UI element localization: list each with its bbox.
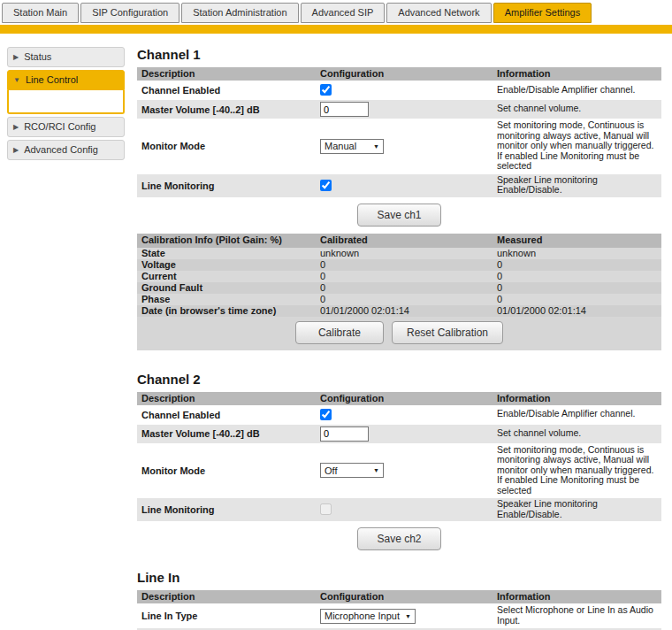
- calibrated-value: 0: [317, 282, 493, 294]
- save-ch2-button[interactable]: Save ch2: [357, 527, 441, 550]
- row-label: Line Monitoring: [137, 503, 317, 517]
- row-info: Set monitoring mode, Continuous is monit…: [493, 444, 661, 498]
- calibration-header-label: Calibration Info (Pilot Gain: %): [137, 234, 317, 248]
- calibration-row-ground-fault: Ground Fault 0 0: [137, 282, 661, 294]
- channel2-master-volume-input[interactable]: [320, 426, 369, 442]
- channel2-line-monitoring-checkbox[interactable]: [320, 503, 332, 515]
- row-label: Master Volume [-40..2] dB: [137, 103, 317, 117]
- channel1-line-monitoring-row: Line Monitoring Speaker Line monitoring …: [137, 174, 661, 198]
- measured-value: 0: [493, 294, 661, 305]
- row-label: Monitor Mode: [137, 139, 317, 153]
- calibration-row-voltage: Voltage 0 0: [137, 259, 661, 271]
- row-info: Enable/Disable Amplifier channel.: [493, 408, 661, 421]
- column-header-configuration: Configuration: [317, 392, 493, 405]
- channel2-enabled-row: Channel Enabled Enable/Disable Amplifier…: [137, 406, 661, 425]
- reset-calibration-button[interactable]: Reset Calibration: [392, 321, 503, 344]
- calibrated-value: unknown: [317, 248, 493, 259]
- channel1-enabled-row: Channel Enabled Enable/Disable Amplifier…: [137, 81, 661, 100]
- tab-station-administration[interactable]: Station Administration: [181, 3, 298, 23]
- measured-value: 0: [493, 259, 661, 271]
- channel2-table: Description Configuration Information Ch…: [137, 392, 661, 523]
- column-header-information: Information: [493, 392, 661, 405]
- calibration-header-measured: Measured: [493, 234, 661, 248]
- channel2-monitor-mode-select[interactable]: Off ▼: [320, 463, 384, 478]
- line-in-title: Line In: [137, 570, 661, 585]
- channel1-line-monitoring-checkbox[interactable]: [320, 180, 332, 191]
- chevron-down-icon: ▼: [405, 613, 411, 619]
- calibration-row-current: Current 0 0: [137, 271, 661, 282]
- channel1-monitor-mode-row: Monitor Mode Manual ▼ Set monitoring mod…: [137, 119, 661, 174]
- tab-sip-configuration[interactable]: SIP Configuration: [80, 3, 179, 23]
- sidebar-item-advanced-config[interactable]: ▶ Advanced Config: [7, 140, 125, 160]
- sidebar: ▶ Status ▼ Line Control ▶ RCO/RCI Config…: [7, 47, 125, 630]
- channel1-title: Channel 1: [137, 47, 661, 62]
- column-header-description: Description: [137, 590, 317, 603]
- chevron-down-icon: ▼: [373, 467, 379, 473]
- calibrated-value: 0: [317, 271, 493, 282]
- measured-value: 0: [493, 271, 661, 282]
- row-label: Voltage: [137, 259, 317, 271]
- table-header-row: Description Configuration Information: [137, 67, 661, 81]
- row-label: State: [137, 248, 317, 259]
- selected-value: Manual: [325, 141, 356, 151]
- sidebar-item-line-control[interactable]: ▼ Line Control: [7, 70, 125, 90]
- sidebar-item-status[interactable]: ▶ Status: [7, 47, 125, 67]
- channel2-save-row: Save ch2: [137, 522, 661, 557]
- save-ch1-button[interactable]: Save ch1: [357, 204, 441, 227]
- channel1-enabled-checkbox[interactable]: [320, 84, 332, 96]
- calibrated-value: 01/01/2000 02:01:14: [317, 305, 493, 317]
- row-label: Monitor Mode: [137, 464, 317, 478]
- calibration-buttons-row: Calibrate Reset Calibration: [137, 317, 661, 350]
- chevron-right-icon: ▶: [13, 124, 19, 131]
- row-info: Speaker Line monitoring Enable/Disable.: [493, 498, 661, 521]
- sidebar-item-label: RCO/RCI Config: [24, 121, 95, 133]
- table-header-row: Description Configuration Information: [137, 590, 661, 604]
- calibrate-button[interactable]: Calibrate: [295, 321, 384, 344]
- tab-advanced-network[interactable]: Advanced Network: [386, 3, 491, 23]
- row-label: Line Monitoring: [137, 179, 317, 193]
- row-label: Channel Enabled: [137, 83, 317, 97]
- measured-value: unknown: [493, 248, 661, 259]
- row-label: Current: [137, 271, 317, 282]
- tab-station-main[interactable]: Station Main: [2, 3, 79, 23]
- channel2-enabled-checkbox[interactable]: [320, 409, 332, 420]
- channel1-master-volume-input[interactable]: [320, 102, 369, 117]
- chevron-down-icon: ▼: [13, 77, 20, 84]
- row-info: Set channel volume.: [493, 427, 661, 441]
- column-header-configuration: Configuration: [317, 67, 493, 81]
- sidebar-item-rco-rci-config[interactable]: ▶ RCO/RCI Config: [7, 117, 125, 137]
- tab-bar: Station Main SIP Configuration Station A…: [0, 0, 672, 23]
- measured-value: 01/01/2000 02:01:14: [493, 305, 661, 317]
- row-info: Set monitoring mode, Continuous is monit…: [493, 119, 661, 173]
- tab-advanced-sip[interactable]: Advanced SIP: [301, 3, 386, 23]
- row-label: Phase: [137, 294, 317, 305]
- column-header-configuration: Configuration: [317, 590, 493, 603]
- channel1-table: Description Configuration Information Ch…: [137, 67, 661, 198]
- line-in-type-row: Line In Type Microphone Input ▼ Select M…: [137, 604, 661, 628]
- channel1-volume-row: Master Volume [-40..2] dB Set channel vo…: [137, 100, 661, 119]
- channel1-monitor-mode-select[interactable]: Manual ▼: [320, 139, 384, 154]
- tab-amplifier-settings[interactable]: Amplifier Settings: [493, 3, 592, 23]
- main-content: Channel 1 Description Configuration Info…: [137, 47, 661, 630]
- line-in-type-select[interactable]: Microphone Input ▼: [320, 609, 416, 624]
- row-info: Set channel volume.: [493, 103, 661, 116]
- calibration-header-calibrated: Calibrated: [317, 234, 493, 248]
- column-header-information: Information: [493, 67, 661, 81]
- row-info: Select Microphone or Line In as Audio In…: [493, 604, 661, 627]
- row-label: Channel Enabled: [137, 408, 317, 422]
- row-label: Line In Type: [137, 609, 317, 623]
- row-label: Master Volume [-40..2] dB: [137, 426, 317, 441]
- row-label: Ground Fault: [137, 282, 317, 294]
- calibration-row-date: Date (in browser's time zone) 01/01/2000…: [137, 305, 661, 317]
- sidebar-item-label: Line Control: [26, 74, 78, 86]
- selected-value: Microphone Input: [325, 611, 400, 621]
- column-header-description: Description: [137, 392, 317, 405]
- measured-value: 0: [493, 282, 661, 294]
- calibration-header-row: Calibration Info (Pilot Gain: %) Calibra…: [137, 234, 661, 248]
- calibrated-value: 0: [317, 259, 493, 271]
- row-label: Date (in browser's time zone): [137, 305, 317, 317]
- channel2-line-monitoring-row: Line Monitoring Speaker Line monitoring …: [137, 498, 661, 522]
- row-info: Speaker Line monitoring Enable/Disable.: [493, 174, 661, 197]
- line-in-table: Description Configuration Information Li…: [137, 590, 661, 630]
- calibrated-value: 0: [317, 294, 493, 305]
